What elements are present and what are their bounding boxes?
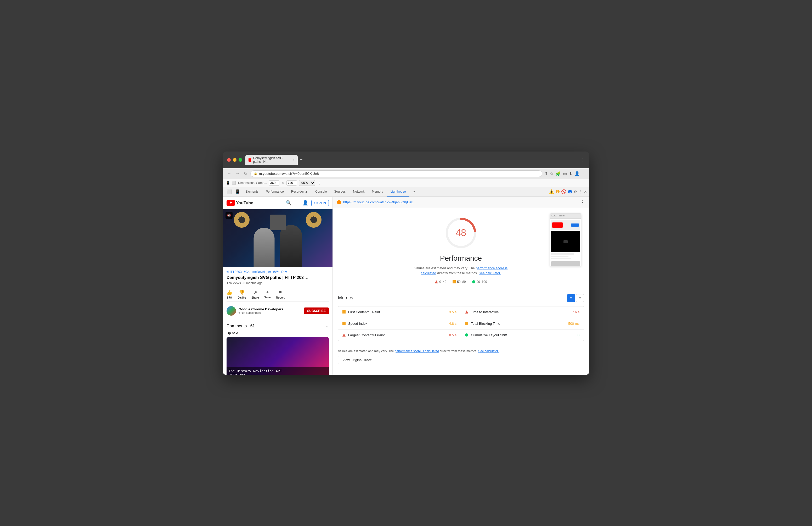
report-icon: ⚑ xyxy=(278,290,282,296)
lighthouse-menu-icon[interactable]: ⋮ xyxy=(580,199,585,205)
back-button[interactable]: ← xyxy=(226,171,232,176)
cls-value: 0 xyxy=(578,333,579,337)
score-section-wrapper: 48 Performance Values are estimated and … xyxy=(333,208,589,294)
nav-actions: ⬆ ☆ 🧩 ▭ ⬇ 👤 ⋮ xyxy=(545,171,586,176)
list-view-button[interactable]: ≡ xyxy=(567,294,575,302)
channel-name[interactable]: Google Chrome Developers xyxy=(238,307,301,311)
view-original-trace-button[interactable]: View Original Trace xyxy=(338,356,376,364)
metrics-title: Metrics xyxy=(338,295,353,301)
tab-console[interactable]: Console xyxy=(311,187,330,197)
tab-close-button[interactable]: × xyxy=(293,158,294,161)
svg-marker-8 xyxy=(465,310,468,313)
tab-network[interactable]: Network xyxy=(349,187,368,197)
more-tabs-button[interactable]: » xyxy=(409,187,419,197)
menu-icon[interactable]: ⋮ xyxy=(582,171,586,176)
bookmark-icon[interactable]: ☆ xyxy=(550,171,553,176)
zoom-select[interactable]: 95% 100% 75% xyxy=(299,180,315,186)
ss-signin xyxy=(571,224,579,227)
next-video-overlay: The History Navigation API.HTTP 203 xyxy=(227,367,329,375)
tag-chromedeveloper[interactable]: #ChromeDeveloper xyxy=(244,270,271,274)
device-toggle-icon[interactable]: 📱 xyxy=(226,181,230,185)
inspector-icon[interactable]: ⬜ xyxy=(232,181,236,185)
tbt-label: Total Blocking Time xyxy=(471,322,566,326)
treemap-view-button[interactable]: ≡ xyxy=(576,294,584,302)
new-tab-button[interactable]: + xyxy=(300,157,303,162)
comments-expand-icon[interactable]: ⌄ xyxy=(326,324,329,328)
save-button[interactable]: + Save xyxy=(264,290,271,299)
more-icon[interactable]: ⋮ xyxy=(294,200,299,206)
like-button[interactable]: 👍 870 xyxy=(227,290,232,299)
cast-icon[interactable]: ▭ xyxy=(563,171,567,176)
cls-label: Cumulative Layout Shift xyxy=(471,333,575,337)
dimensions-label: Dimensions: Sams... xyxy=(238,181,267,185)
error-badge: 1 xyxy=(568,190,572,194)
save-icon: + xyxy=(266,290,269,295)
up-next-label: Up next xyxy=(227,331,329,335)
tab-sources[interactable]: Sources xyxy=(330,187,349,197)
metric-fcp: First Contentful Paint 3.5 s xyxy=(338,307,461,318)
dislike-icon: 👎 xyxy=(239,290,245,296)
metrics-section: Metrics ≡ ≡ First Contentful Paint 3.5 s xyxy=(333,294,589,346)
devtools-more-icon[interactable]: ⋮ xyxy=(579,190,582,194)
lighthouse-url-text: https://m.youtube.com/watch?v=9qen5CKjUe… xyxy=(343,200,413,204)
tab-recorder[interactable]: Recorder ▲ xyxy=(288,187,312,197)
dislike-label: Dislike xyxy=(237,296,246,299)
performance-gauge: 48 xyxy=(444,216,478,250)
next-video-thumbnail[interactable]: The History Navigation API.HTTP 203 xyxy=(227,337,329,375)
footer-score-link[interactable]: performance score is calculated xyxy=(395,350,439,353)
next-video-title: The History Navigation API.HTTP 203 xyxy=(229,369,327,375)
address-bar[interactable]: 🔒 m.youtube.com/watch?v=9qen5CKjUe8 xyxy=(250,170,542,177)
footer-calculator-link[interactable]: See calculator. xyxy=(478,350,499,353)
extensions-icon[interactable]: 🧩 xyxy=(556,171,561,176)
tab-elements[interactable]: Elements xyxy=(242,187,262,197)
ss-header xyxy=(551,220,580,230)
expand-icon[interactable]: ⌄ xyxy=(305,275,308,280)
comments-header: Comments · 61 ⌄ xyxy=(223,321,333,331)
maximize-traffic-light[interactable] xyxy=(238,158,242,162)
reload-button[interactable]: ↻ xyxy=(243,171,248,177)
share-button[interactable]: ↗ Share xyxy=(251,290,259,299)
devtools-close-button[interactable]: ✕ xyxy=(584,190,587,194)
tbt-indicator xyxy=(465,322,468,325)
tab-favicon xyxy=(248,158,251,162)
close-traffic-light[interactable] xyxy=(227,158,231,162)
tag-webdev[interactable]: #WebDev xyxy=(273,270,287,274)
tti-value: 7.6 s xyxy=(572,310,579,314)
average-icon xyxy=(452,280,456,283)
forward-button[interactable]: → xyxy=(234,171,241,176)
ss-video xyxy=(551,231,580,252)
tag-http203[interactable]: #HTTP203 xyxy=(227,270,242,274)
inspect-element-icon[interactable]: ⬜ xyxy=(225,187,233,196)
toolbar-more-icon[interactable]: ⋮ xyxy=(318,181,321,185)
width-input[interactable] xyxy=(269,180,279,186)
subscribe-button[interactable]: SUBSCRIBE xyxy=(304,308,329,314)
youtube-logo: YouTube xyxy=(227,200,253,206)
minimize-traffic-light[interactable] xyxy=(233,158,236,162)
gauge-number: 48 xyxy=(456,227,466,238)
tab-memory[interactable]: Memory xyxy=(368,187,387,197)
settings-icon[interactable]: ⚙ xyxy=(574,190,577,194)
sign-in-button[interactable]: SIGN IN xyxy=(311,200,329,206)
active-tab[interactable]: Demystifyingish SVG paths | H... × xyxy=(245,155,298,165)
tab-performance[interactable]: Performance xyxy=(262,187,288,197)
metric-tti: Time to Interactive 7.6 s xyxy=(461,307,584,318)
devtools-actions: ⚠️ 1 🚫 1 ⚙ ⋮ ✕ xyxy=(549,189,587,194)
mute-button[interactable]: 🔇 xyxy=(226,212,233,219)
tab-lighthouse[interactable]: Lighthouse xyxy=(387,187,410,197)
height-input[interactable] xyxy=(287,180,297,186)
ss-next-thumb xyxy=(551,261,580,266)
profile-icon[interactable]: 👤 xyxy=(575,171,580,176)
report-button[interactable]: ⚑ Report xyxy=(276,290,285,299)
sign-in-icon[interactable]: 👤 xyxy=(302,200,308,206)
footer-description: Values are estimated and may vary. The p… xyxy=(338,350,584,353)
calculator-link[interactable]: See calculator. xyxy=(479,271,501,275)
ss-mute xyxy=(564,240,568,243)
dislike-button[interactable]: 👎 Dislike xyxy=(237,290,246,299)
download-icon[interactable]: ⬇ xyxy=(569,171,572,176)
save-label: Save xyxy=(264,296,271,299)
toggle-device-icon[interactable]: 📱 xyxy=(233,187,242,196)
search-icon[interactable]: 🔍 xyxy=(286,200,291,206)
share-icon[interactable]: ⬆ xyxy=(545,171,548,176)
ss-line1 xyxy=(551,253,574,255)
person-right xyxy=(280,225,302,267)
